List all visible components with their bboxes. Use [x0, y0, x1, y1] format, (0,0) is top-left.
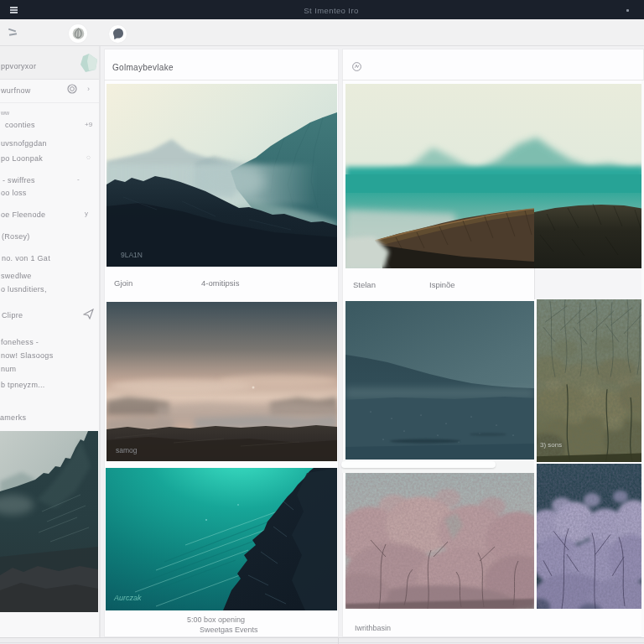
svg-text:3) sons: 3) sons — [540, 442, 562, 449]
svg-text:9LA1N: 9LA1N — [121, 251, 143, 259]
svg-text:Aurczak: Aurczak — [113, 594, 142, 602]
svg-text:samog: samog — [116, 446, 138, 454]
